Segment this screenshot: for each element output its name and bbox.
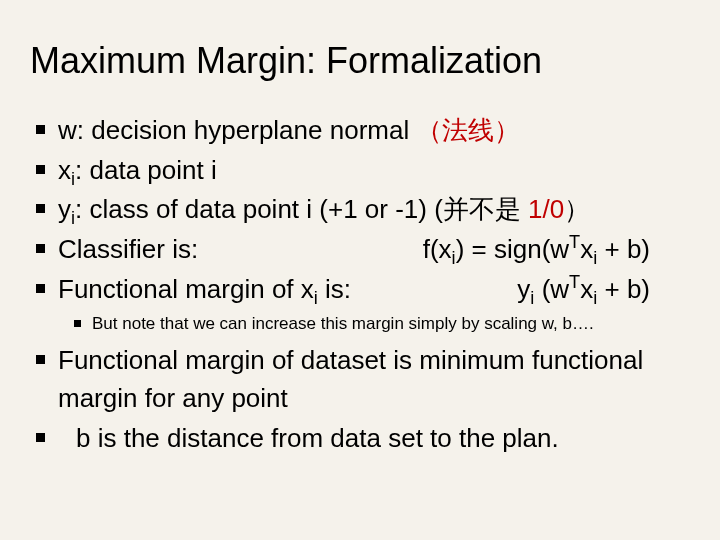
text: x (58, 155, 71, 185)
bullet-1: w: decision hyperplane normal （法线） (58, 112, 690, 150)
bullet-2: xi: data point i (58, 152, 690, 190)
bullet-5: Functional margin of xi is: yi (wTxi + b… (58, 271, 690, 336)
slide: Maximum Margin: Formalization w: decisio… (0, 0, 720, 540)
superscript: T (569, 232, 580, 252)
text: ) = sign(w (456, 234, 569, 264)
text: : class of data point i (+1 or -1) (并不是 (75, 194, 528, 224)
text-left: Classifier is: (58, 231, 198, 269)
text (534, 274, 541, 304)
text: b is the distance from data set to the p… (58, 423, 559, 453)
text: x (580, 234, 593, 264)
text: is: (318, 274, 351, 304)
bullet-4: Classifier is: f(xi) = sign(wTxi + b) (58, 231, 690, 269)
row: Classifier is: f(xi) = sign(wTxi + b) (58, 231, 690, 269)
bullet-3: yi: class of data point i (+1 or -1) (并不… (58, 191, 690, 229)
text: f(x (423, 234, 452, 264)
text: w: decision hyperplane normal (58, 115, 416, 145)
text-right: yi (wTxi + b) (517, 271, 650, 309)
text: Functional margin of x (58, 274, 314, 304)
bullet-7: b is the distance from data set to the p… (58, 420, 690, 458)
bullet-6: Functional margin of dataset is minimum … (58, 342, 690, 417)
slide-title: Maximum Margin: Formalization (30, 40, 690, 82)
text: x (580, 274, 593, 304)
text: ） (564, 194, 590, 224)
text: : data point i (75, 155, 217, 185)
text: (w (542, 274, 569, 304)
text: + b) (597, 234, 650, 264)
text-red: 1/0 (528, 194, 564, 224)
text-red: （法线） (416, 115, 520, 145)
text: + b) (597, 274, 650, 304)
text: y (58, 194, 71, 224)
text-left: Functional margin of xi is: (58, 271, 351, 309)
row: Functional margin of xi is: yi (wTxi + b… (58, 271, 690, 309)
text-right: f(xi) = sign(wTxi + b) (423, 231, 650, 269)
text: y (517, 274, 530, 304)
sub-bullet-list: But note that we can increase this margi… (58, 312, 690, 336)
superscript: T (569, 272, 580, 292)
bullet-list: w: decision hyperplane normal （法线） xi: d… (30, 112, 690, 457)
sub-bullet-1: But note that we can increase this margi… (92, 312, 690, 336)
